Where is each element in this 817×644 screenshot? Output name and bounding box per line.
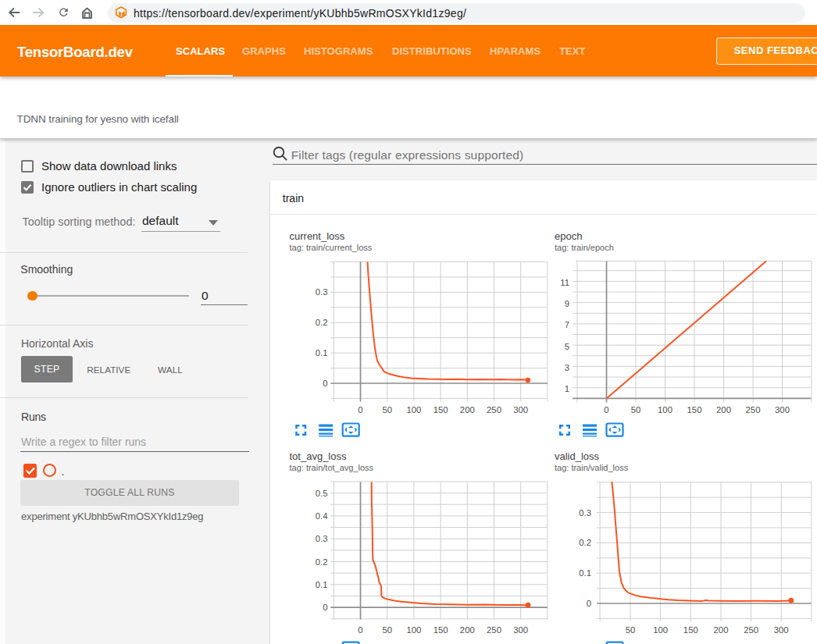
svg-text:0.3: 0.3 (579, 508, 591, 518)
svg-text:0.3: 0.3 (316, 534, 328, 543)
svg-text:0: 0 (358, 625, 362, 635)
svg-text:5: 5 (565, 342, 569, 351)
svg-text:0.5: 0.5 (316, 489, 328, 498)
svg-text:0: 0 (587, 599, 591, 608)
svg-text:150: 150 (433, 405, 448, 415)
svg-text:150: 150 (683, 625, 698, 635)
svg-text:0: 0 (358, 405, 362, 415)
svg-text:250: 250 (487, 625, 501, 635)
svg-text:0.1: 0.1 (316, 580, 328, 589)
svg-text:250: 250 (744, 625, 758, 635)
svg-text:0.2: 0.2 (579, 538, 591, 547)
svg-text:0.1: 0.1 (579, 568, 591, 578)
svg-text:300: 300 (775, 405, 790, 415)
svg-text:1: 1 (565, 384, 569, 393)
svg-text:0: 0 (323, 603, 327, 612)
svg-text:100: 100 (406, 405, 421, 415)
svg-text:200: 200 (716, 405, 731, 415)
svg-text:11: 11 (560, 278, 569, 287)
svg-text:50: 50 (382, 405, 392, 415)
svg-text:200: 200 (460, 405, 475, 415)
svg-text:7: 7 (565, 320, 569, 329)
svg-text:0.2: 0.2 (316, 557, 328, 567)
svg-text:0.3: 0.3 (316, 287, 328, 297)
svg-text:200: 200 (460, 625, 475, 635)
svg-text:100: 100 (653, 625, 668, 635)
svg-text:50: 50 (626, 625, 636, 635)
svg-text:0.4: 0.4 (316, 511, 328, 521)
svg-text:100: 100 (406, 625, 421, 635)
svg-text:300: 300 (774, 625, 789, 635)
svg-text:0: 0 (604, 405, 608, 415)
svg-text:3: 3 (565, 363, 569, 372)
svg-text:250: 250 (487, 405, 501, 415)
svg-text:9: 9 (565, 299, 569, 308)
svg-text:150: 150 (433, 625, 448, 635)
svg-text:0.2: 0.2 (316, 318, 328, 327)
svg-text:0.1: 0.1 (316, 348, 328, 358)
svg-text:0: 0 (323, 379, 327, 388)
svg-text:300: 300 (513, 405, 528, 415)
svg-text:50: 50 (382, 625, 392, 635)
svg-text:250: 250 (746, 405, 761, 415)
svg-text:300: 300 (513, 625, 528, 635)
svg-text:100: 100 (658, 405, 673, 415)
svg-text:150: 150 (687, 405, 702, 415)
svg-text:50: 50 (631, 405, 641, 415)
svg-text:200: 200 (714, 625, 729, 635)
